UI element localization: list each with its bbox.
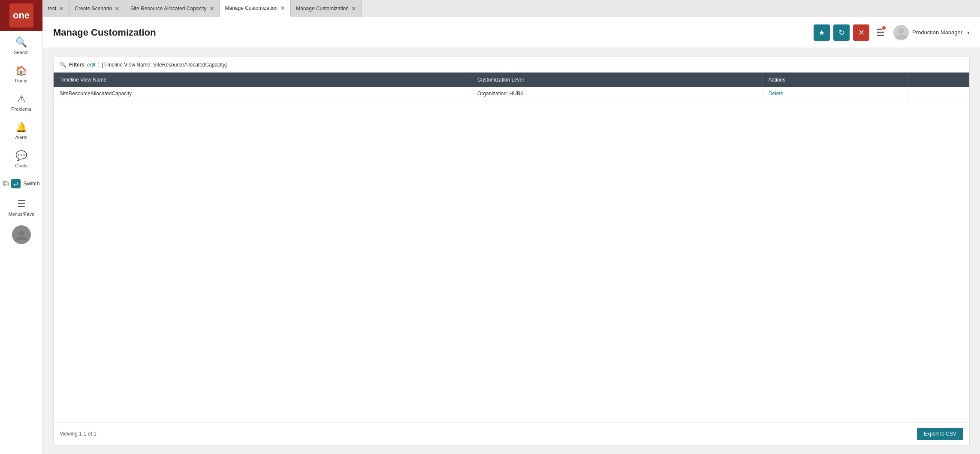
sidebar-item-label: Home	[15, 78, 27, 83]
inner-panel: 🔍 Filters edit : [Timeline View Name: Si…	[53, 57, 970, 445]
sidebar-item-alerts[interactable]: 🔔 Alerts	[0, 116, 42, 144]
page-title: Manage Customization	[53, 27, 156, 38]
sidebar-item-chats[interactable]: 💬 Chats	[0, 144, 42, 173]
close-button[interactable]: ✕	[853, 24, 869, 41]
sidebar-item-home[interactable]: 🏠 Home	[0, 59, 42, 88]
menu-icon: ☰	[17, 199, 26, 210]
tab-site-resource[interactable]: Site Resource Allocated Capacity ✕	[125, 0, 220, 17]
cell-customization-level: Organization: HUB4	[471, 87, 763, 100]
tab-label: Manage Customization	[225, 5, 278, 11]
refresh-button[interactable]: ↻	[833, 24, 850, 41]
filter-label: Filters	[69, 62, 84, 68]
tab-close-icon[interactable]: ✕	[209, 6, 214, 12]
panel-footer: Viewing 1-1 of 1 Export to CSV	[54, 422, 969, 445]
table-row: SiteResourceAllocatedCapacity Organizati…	[54, 87, 969, 100]
tab-manage-customization-2[interactable]: Manage Customization ✕	[291, 0, 362, 17]
sidebar: one 🔍 Search 🏠 Home ⚠ Problems 🔔 Alerts …	[0, 0, 43, 454]
sidebar-item-search[interactable]: 🔍 Search	[0, 31, 42, 59]
data-table: Timeline View Name Customization Level A…	[54, 73, 969, 100]
export-csv-button[interactable]: Export to CSV	[917, 428, 963, 440]
sidebar-item-problems[interactable]: ⚠ Problems	[0, 88, 42, 116]
page-header: Manage Customization ★ ↻ ✕ ☰	[43, 17, 980, 48]
column-header-extra	[908, 73, 969, 87]
user-avatar	[893, 25, 909, 40]
sidebar-item-label: Search	[14, 50, 29, 55]
chat-icon: 💬	[15, 150, 27, 161]
favorite-button[interactable]: ★	[814, 24, 830, 41]
tab-label: test	[48, 6, 56, 12]
switch-icon: ⧉	[3, 179, 9, 188]
filter-bar: 🔍 Filters edit : [Timeline View Name: Si…	[54, 57, 969, 73]
tab-close-icon[interactable]: ✕	[115, 6, 120, 12]
main-area: test ✕ Create Scenario ✕ Site Resource A…	[43, 0, 980, 454]
tab-label: Manage Customization	[296, 6, 349, 12]
tab-close-icon[interactable]: ✕	[59, 6, 64, 12]
column-header-actions: Actions	[762, 73, 908, 87]
app-logo[interactable]: one	[0, 0, 42, 31]
cell-extra	[908, 87, 969, 100]
filter-icon: 🔍	[60, 61, 66, 68]
sidebar-item-switch[interactable]: ⧉ ⇄ Switch	[0, 173, 42, 193]
tab-close-icon[interactable]: ✕	[280, 5, 285, 11]
cell-actions: Delete	[762, 87, 908, 100]
viewing-text: Viewing 1-1 of 1	[60, 431, 96, 437]
sidebar-item-menus[interactable]: ☰ Menus/Favs	[0, 193, 42, 221]
sidebar-item-label: Menus/Favs	[9, 212, 34, 217]
user-dropdown[interactable]: Production Manager ▾	[893, 25, 970, 40]
avatar[interactable]	[12, 225, 31, 244]
column-header-timeline-view-name: Timeline View Name	[54, 73, 471, 87]
column-header-customization-level: Customization Level	[471, 73, 763, 87]
warning-icon: ⚠	[17, 94, 26, 105]
close-icon: ✕	[858, 28, 865, 37]
sidebar-item-label: Switch	[23, 180, 39, 187]
page-body: 🔍 Filters edit : [Timeline View Name: Si…	[43, 48, 980, 454]
star-icon: ★	[818, 28, 825, 37]
header-actions: ★ ↻ ✕ ☰	[814, 24, 970, 41]
table-header-row: Timeline View Name Customization Level A…	[54, 73, 969, 87]
dropdown-arrow-icon: ▾	[967, 30, 970, 36]
switch-badge: ⇄	[11, 179, 21, 188]
content-area: Manage Customization ★ ↻ ✕ ☰	[43, 17, 980, 454]
logo-text: one	[9, 3, 33, 27]
tab-label: Create Scenario	[75, 6, 112, 12]
notifications-menu[interactable]: ☰	[876, 27, 885, 38]
sidebar-item-label: Chats	[15, 163, 27, 168]
tab-test[interactable]: test ✕	[43, 0, 69, 17]
filter-colon: :	[98, 62, 99, 68]
delete-link[interactable]: Delete	[769, 91, 784, 97]
user-name: Production Manager	[912, 29, 964, 36]
search-icon: 🔍	[15, 37, 27, 48]
home-icon: 🏠	[15, 65, 27, 76]
tab-close-icon[interactable]: ✕	[351, 6, 356, 12]
filter-edit-link[interactable]: edit	[87, 62, 95, 68]
notification-dot	[881, 25, 887, 30]
sidebar-item-label: Problems	[11, 106, 31, 112]
refresh-icon: ↻	[838, 28, 845, 37]
bell-icon: 🔔	[15, 122, 27, 133]
sidebar-item-label: Alerts	[15, 135, 27, 140]
svg-point-0	[18, 231, 24, 236]
filter-value: [Timeline View Name: SiteResourceAllocat…	[102, 62, 227, 68]
tab-label: Site Resource Allocated Capacity	[130, 6, 206, 12]
tab-manage-customization-1[interactable]: Manage Customization ✕	[220, 0, 291, 17]
cell-timeline-view-name: SiteResourceAllocatedCapacity	[54, 87, 471, 100]
tab-create-scenario[interactable]: Create Scenario ✕	[69, 0, 125, 17]
table-wrapper: Timeline View Name Customization Level A…	[54, 73, 969, 422]
tab-bar: test ✕ Create Scenario ✕ Site Resource A…	[43, 0, 980, 17]
svg-point-1	[899, 28, 904, 33]
